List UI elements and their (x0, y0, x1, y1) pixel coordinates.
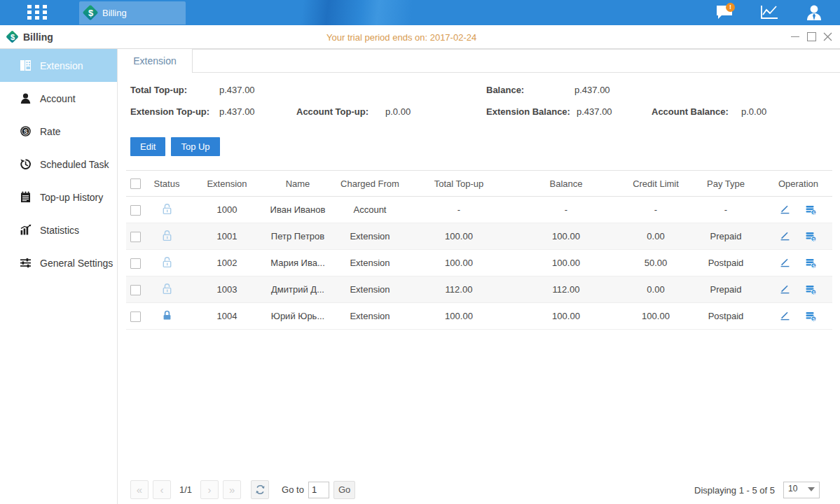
page-size-select[interactable]: 10 (783, 482, 820, 498)
close-icon[interactable] (820, 25, 835, 48)
row-checkbox[interactable] (130, 258, 141, 269)
column-operation: Operation (764, 171, 832, 197)
column-balance[interactable]: Balance (508, 171, 624, 197)
row-operation-cell: S (764, 250, 832, 276)
row-checkbox[interactable] (130, 312, 141, 322)
topup-money-icon[interactable]: S (805, 231, 817, 242)
rate-icon: S (19, 125, 32, 138)
edit-button[interactable]: Edit (130, 137, 165, 156)
sidebar-item-topup-history[interactable]: Top-up History (0, 181, 117, 214)
topup-button[interactable]: Top Up (171, 137, 219, 156)
balance-value: p.437.00 (574, 85, 610, 95)
row-select-cell[interactable] (126, 197, 145, 223)
sidebar-item-label: Rate (40, 126, 61, 137)
row-pay-type: Postpaid (687, 303, 764, 330)
top-bar-icon-group: ! (714, 0, 825, 25)
sidebar-item-statistics[interactable]: Statistics (0, 214, 117, 246)
content-tab-strip: Extension (118, 49, 840, 73)
column-credit-limit[interactable]: Credit Limit (624, 171, 687, 197)
select-all-checkbox[interactable] (130, 178, 141, 189)
topup-history-icon (19, 190, 32, 204)
messages-badge: ! (726, 3, 735, 12)
row-checkbox[interactable] (130, 205, 141, 216)
table-row[interactable]: 1001 Петр Петров Extension 100.00 100.00… (126, 223, 832, 250)
row-pay-type: Prepaid (687, 223, 764, 250)
tab-extension-label: Extension (133, 55, 176, 66)
statistics-icon (19, 223, 32, 237)
account-balance-value: p.0.00 (741, 106, 766, 117)
row-checkbox[interactable] (130, 285, 141, 295)
page-number-input[interactable] (308, 482, 329, 498)
first-page-button[interactable]: « (130, 480, 149, 499)
svg-text:S: S (812, 263, 815, 267)
column-charged-from[interactable]: Charged From (330, 171, 410, 197)
edit-pencil-icon[interactable] (780, 311, 791, 322)
minimize-icon[interactable] (787, 25, 803, 48)
topup-money-icon[interactable]: S (805, 258, 817, 269)
row-balance: 112.00 (508, 276, 624, 303)
topup-money-icon[interactable]: S (805, 204, 817, 216)
row-select-cell[interactable] (126, 223, 145, 250)
edit-pencil-icon[interactable] (780, 231, 791, 242)
column-status[interactable]: Status (145, 171, 188, 197)
edit-pencil-icon[interactable] (780, 284, 791, 295)
app-tab-billing[interactable]: $ Billing (79, 1, 186, 24)
billing-diamond-icon: $ (83, 6, 98, 20)
extension-billing-table: Status Extension Name Charged From Total… (126, 170, 832, 330)
sidebar-item-label: Account (40, 93, 76, 104)
window-title: Billing (23, 31, 53, 43)
edit-pencil-icon[interactable] (780, 258, 791, 269)
previous-page-button[interactable]: ‹ (153, 480, 171, 499)
column-pay-type[interactable]: Pay Type (687, 171, 764, 197)
app-launcher-grid-icon[interactable] (27, 5, 47, 20)
table-row[interactable]: 1002 Мария Ива... Extension 100.00 100.0… (126, 250, 832, 276)
sidebar-item-account[interactable]: Account (0, 82, 117, 115)
row-status-cell (145, 250, 188, 276)
main-content-panel: Extension Total Top-up: p.437.00 Balance… (118, 49, 840, 504)
extension-topup-value: p.437.00 (219, 106, 255, 117)
row-extension: 1004 (188, 303, 266, 330)
last-page-button[interactable]: » (223, 480, 241, 499)
messages-icon[interactable]: ! (714, 4, 735, 22)
column-name[interactable]: Name (266, 171, 330, 197)
statistics-chart-icon[interactable] (759, 4, 780, 22)
user-account-icon[interactable] (804, 4, 825, 22)
column-extension[interactable]: Extension (188, 171, 266, 197)
row-select-cell[interactable] (126, 276, 145, 303)
sidebar-item-scheduled-task[interactable]: Scheduled Task (0, 148, 117, 181)
row-checkbox[interactable] (130, 232, 141, 242)
topup-money-icon[interactable]: S (805, 311, 817, 322)
maximize-icon[interactable] (804, 25, 819, 48)
window-body: Extension Account S (0, 49, 840, 504)
sidebar-item-rate[interactable]: S Rate (0, 115, 117, 148)
table-row[interactable]: 1003 Дмитрий Д... Extension 112.00 112.0… (126, 276, 832, 303)
extension-view: Total Top-up: p.437.00 Balance: p.437.00… (118, 73, 840, 504)
account-topup-value: p.0.00 (385, 106, 411, 117)
row-charged-from: Account (330, 197, 410, 223)
table-row[interactable]: 1004 Юрий Юрь... Extension 100.00 100.00… (126, 303, 832, 330)
refresh-button[interactable] (251, 480, 269, 499)
go-button[interactable]: Go (333, 481, 355, 499)
row-pay-type: Prepaid (687, 276, 764, 303)
row-charged-from: Extension (330, 276, 410, 303)
edit-pencil-icon[interactable] (780, 204, 791, 216)
select-all-cell[interactable] (126, 171, 145, 197)
tab-extension[interactable]: Extension (118, 49, 193, 73)
topup-money-icon[interactable]: S (805, 284, 817, 295)
top-navigation-bar: $ Billing ! (0, 0, 840, 25)
table-row[interactable]: 1000 Иван Иванов Account - - - - (126, 197, 832, 223)
next-page-button[interactable]: › (200, 480, 219, 499)
sidebar-item-general-settings[interactable]: General Settings (0, 246, 117, 279)
sidebar-item-label: Top-up History (40, 192, 103, 203)
row-total-topup: 100.00 (410, 223, 508, 250)
row-select-cell[interactable] (126, 250, 145, 276)
page-size-value: 10 (788, 484, 797, 493)
sidebar-item-extension[interactable]: Extension (0, 49, 117, 82)
window-title-bar: $ Billing Your trial period ends on: 201… (0, 25, 840, 49)
row-select-cell[interactable] (126, 303, 145, 330)
lock-closed-icon (162, 309, 172, 321)
row-name: Мария Ива... (266, 250, 330, 276)
column-total-topup[interactable]: Total Top-up (410, 171, 508, 197)
row-pay-type: - (687, 197, 764, 223)
extension-balance-label: Extension Balance: (486, 106, 570, 117)
